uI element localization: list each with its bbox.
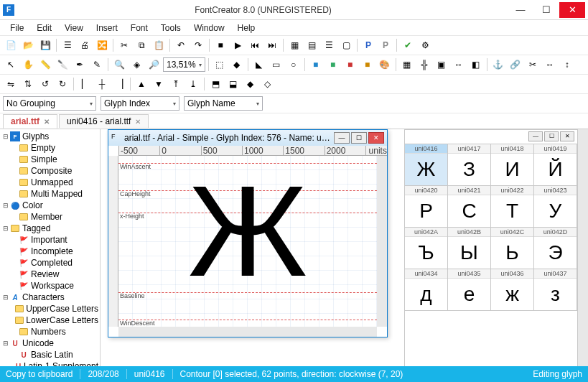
table-button[interactable]: ▤ <box>304 37 319 53</box>
content-scrollbar[interactable] <box>578 129 588 382</box>
grid-blue-button[interactable]: ▦ <box>286 37 302 53</box>
window-maximize-button[interactable]: ☐ <box>533 2 559 18</box>
glyph-min-button[interactable]: — <box>334 132 350 144</box>
hand-button[interactable]: ✋ <box>20 57 36 73</box>
align-c-button[interactable]: ┼ <box>94 76 110 92</box>
glyph-cell[interactable]: uni042BЫ <box>447 227 491 269</box>
menu-edit[interactable]: Edit <box>31 22 57 34</box>
rows-button[interactable]: ☰ <box>321 37 337 53</box>
tree-toggle-icon[interactable]: ⊟ <box>1 225 10 232</box>
link-button[interactable]: 🔗 <box>508 57 523 73</box>
paste-button[interactable]: 📋 <box>151 37 167 53</box>
rewind-button[interactable]: ⏮ <box>247 37 263 53</box>
zoom-fit-button[interactable]: ◈ <box>129 57 144 73</box>
forward-button[interactable]: ⏭ <box>264 37 280 53</box>
tree-node[interactable]: 🚩Review <box>0 269 100 280</box>
zoom-in-button[interactable]: 🔍 <box>111 57 127 73</box>
close-icon[interactable]: ✕ <box>135 118 141 126</box>
glyph-cell[interactable]: uni0423У <box>533 185 577 228</box>
tree-toggle-icon[interactable]: ⊟ <box>1 294 10 301</box>
tree-node[interactable]: Simple <box>0 154 100 165</box>
layer-up-button[interactable]: ▲ <box>134 76 149 92</box>
glyph-cell[interactable]: uni0417З <box>447 144 491 186</box>
grouping-combo[interactable]: No Grouping <box>3 96 96 111</box>
shape-circle-button[interactable]: ○ <box>286 57 302 73</box>
tree-node[interactable]: Unmapped <box>0 177 100 188</box>
sort-combo[interactable]: Glyph Index <box>101 96 179 111</box>
tree-node[interactable]: UBasic Latin <box>0 349 100 360</box>
tree-node[interactable]: 🚩Completed <box>0 257 100 269</box>
glyph-cell[interactable]: uni0436ж <box>490 269 534 311</box>
select-button[interactable]: ⬚ <box>212 57 228 73</box>
rotate-cw-button[interactable]: ↻ <box>55 76 70 92</box>
p1-button[interactable]: P <box>360 37 376 53</box>
tree-node[interactable]: ⊟ACharacters <box>0 292 100 303</box>
tree-node[interactable]: ⊟FGlyphs <box>0 131 100 142</box>
cut-button[interactable]: ✂ <box>116 37 132 53</box>
pen-button[interactable]: ✒ <box>72 57 88 73</box>
shape-tri-button[interactable]: ◣ <box>251 57 267 73</box>
unlink-button[interactable]: ✂ <box>525 57 541 73</box>
menu-window[interactable]: Window <box>188 22 230 34</box>
menu-insert[interactable]: Insert <box>90 22 123 34</box>
tree-node[interactable]: ⊟UUnicode <box>0 337 100 349</box>
swap-button[interactable]: 🔀 <box>94 37 110 53</box>
tree-node[interactable]: Multi Mapped <box>0 188 100 200</box>
subtract-button[interactable]: ⬓ <box>225 76 241 92</box>
window-minimize-button[interactable]: — <box>508 2 533 18</box>
glyph-max-button[interactable]: ☐ <box>351 132 367 144</box>
tree-node[interactable]: Member <box>0 211 100 223</box>
palette-button[interactable]: 🎨 <box>377 57 393 73</box>
play-button[interactable]: ▶ <box>230 37 246 53</box>
tree-node[interactable]: Empty <box>0 142 100 154</box>
tree-node[interactable]: UpperCase Letters <box>0 303 100 315</box>
save-button[interactable]: 💾 <box>37 37 53 53</box>
tree-node[interactable]: Numbers <box>0 326 100 337</box>
grid-min-button[interactable]: — <box>528 131 543 141</box>
grid-toggle-button[interactable]: ▦ <box>399 57 415 73</box>
align-r-button[interactable]: ▕ <box>111 76 127 92</box>
bearings-button[interactable]: ↔ <box>451 57 467 73</box>
node-button[interactable]: ◆ <box>229 57 245 73</box>
layer-dn-button[interactable]: ▼ <box>151 76 167 92</box>
anchor-button[interactable]: ⚓ <box>490 57 506 73</box>
flip-v-button[interactable]: ⇅ <box>20 76 36 92</box>
close-icon[interactable]: ✕ <box>44 118 50 126</box>
align-l-button[interactable]: ▏ <box>77 76 93 92</box>
tree-node[interactable]: 🚩Important <box>0 234 100 246</box>
shape-rect-button[interactable]: ▭ <box>269 57 284 73</box>
glyph-cell[interactable]: uni0437з <box>533 269 577 311</box>
stop-button[interactable]: ■ <box>213 37 228 53</box>
glyph-cell[interactable]: uni0421С <box>447 185 491 228</box>
copy-button[interactable]: ⧉ <box>134 37 149 53</box>
check-button[interactable]: ✔ <box>400 37 416 53</box>
gear-button[interactable]: ⚙ <box>417 37 433 53</box>
snap-h-button[interactable]: ↔ <box>542 57 558 73</box>
glyph-cell[interactable]: uni0422Т <box>490 185 534 228</box>
tree-node[interactable]: Composite <box>0 165 100 177</box>
layer-top-button[interactable]: ⤒ <box>168 76 184 92</box>
color-d-button[interactable]: ■ <box>360 57 375 73</box>
grid-max-button[interactable]: ☐ <box>544 131 559 141</box>
layer-bot-button[interactable]: ⤓ <box>185 76 201 92</box>
color-a-button[interactable]: ■ <box>308 57 324 73</box>
pointer-button[interactable]: ↖ <box>3 57 19 73</box>
new-button[interactable]: 📄 <box>3 37 19 53</box>
glyph-cell[interactable]: uni0416Ж <box>404 144 448 186</box>
menu-font[interactable]: Font <box>125 22 154 34</box>
glyph-cell[interactable]: uni0435е <box>447 269 491 311</box>
scrollbar-vertical[interactable] <box>377 156 387 327</box>
color-c-button[interactable]: ■ <box>342 57 358 73</box>
blank-button[interactable]: ▢ <box>338 37 354 53</box>
knife-button[interactable]: 🔪 <box>55 57 70 73</box>
tab-arial[interactable]: arial.ttf✕ <box>3 114 57 129</box>
color-b-button[interactable]: ■ <box>325 57 341 73</box>
tree-node[interactable]: LowerCase Letters <box>0 315 100 326</box>
tree-toggle-icon[interactable]: ⊟ <box>1 133 10 140</box>
list-button[interactable]: ☰ <box>60 37 75 53</box>
menu-view[interactable]: View <box>59 22 89 34</box>
glyph-editor-titlebar[interactable]: F arial.ttf - Arial - Simple - Glyph Ind… <box>108 130 387 146</box>
tree-node[interactable]: ⊟Tagged <box>0 223 100 234</box>
glyph-cell[interactable]: uni042AЪ <box>404 227 448 269</box>
open-button[interactable]: 📂 <box>20 37 36 53</box>
